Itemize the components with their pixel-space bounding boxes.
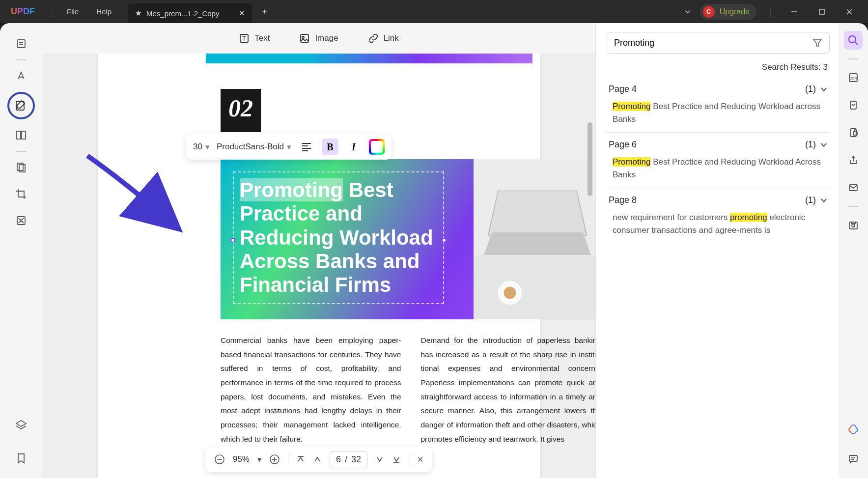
email-tool-icon[interactable] — [844, 178, 863, 197]
ocr-tool-icon[interactable]: OCR — [844, 68, 863, 87]
upgrade-button[interactable]: C Upgrade — [700, 4, 756, 20]
scrollbar[interactable] — [588, 93, 592, 427]
svg-text:OCR: OCR — [849, 77, 857, 80]
chapter-badge: 02 — [221, 89, 261, 127]
redact-tool-icon[interactable] — [10, 210, 32, 231]
search-result-group: Page 6 (1) Promoting Best Practice and R… — [607, 132, 830, 188]
prev-page-button[interactable] — [313, 455, 322, 464]
font-color-button[interactable] — [369, 139, 385, 155]
scrollbar-thumb[interactable] — [588, 122, 592, 196]
page-total: 32 — [351, 454, 361, 465]
left-toolbar — [0, 23, 42, 478]
separator — [770, 7, 771, 17]
crop-tool-icon[interactable] — [10, 183, 32, 205]
text-edit-toolbar: 30 ▾ ProductSans-Bold ▾ B I — [186, 134, 392, 160]
body-column-1: Commercial banks have been employing pap… — [221, 334, 401, 446]
reader-mode-icon[interactable] — [10, 33, 32, 55]
new-tab-button[interactable]: ＋ — [261, 7, 268, 16]
svg-rect-1 — [819, 9, 824, 14]
comments-panel-icon[interactable] — [844, 450, 863, 468]
edit-tool-icon[interactable] — [7, 92, 35, 119]
ribbon-text-button[interactable]: T Text — [239, 33, 270, 44]
divider — [16, 151, 27, 152]
align-button[interactable] — [298, 139, 315, 155]
editor-area: T Text Image Link 02 30 ▾ — [42, 23, 595, 478]
search-result-header[interactable]: Page 6 (1) — [609, 140, 828, 150]
bold-button[interactable]: B — [322, 139, 338, 155]
protect-tool-icon[interactable] — [844, 123, 863, 142]
search-result-snippet[interactable]: new requirement for customers promoting … — [609, 211, 828, 236]
result-highlight: promoting — [730, 213, 767, 222]
help-menu[interactable]: Help — [87, 4, 120, 19]
organize-pages-icon[interactable] — [10, 157, 32, 178]
hero-banner: Promoting Best Practice and Reducing Wor… — [221, 159, 595, 319]
search-result-snippet[interactable]: Promoting Best Practice and Reducing Wor… — [609, 100, 828, 125]
search-tool-icon[interactable] — [844, 31, 863, 50]
svg-marker-16 — [16, 421, 26, 426]
italic-button[interactable]: I — [345, 139, 362, 155]
search-result-snippet[interactable]: Promoting Best Practice and Reducing Wor… — [609, 156, 828, 181]
divider — [409, 453, 409, 465]
document-tab[interactable]: ★ Mes_prem...1-2_Copy ✕ — [128, 3, 252, 23]
canvas[interactable]: 02 30 ▾ ProductSans-Bold ▾ B I — [42, 54, 595, 478]
chevron-down-icon[interactable]: ▾ — [287, 142, 291, 152]
bookmark-icon[interactable] — [10, 448, 32, 469]
editable-text-box[interactable]: Promoting Best Practice and Reducing Wor… — [233, 171, 444, 304]
search-input[interactable] — [614, 38, 812, 48]
search-filter-icon[interactable] — [812, 38, 822, 48]
ribbon-image-button[interactable]: Image — [299, 33, 338, 44]
zoom-out-button[interactable] — [214, 454, 225, 465]
save-tool-icon[interactable] — [844, 216, 863, 234]
divider — [16, 59, 27, 60]
resize-handle-left[interactable] — [230, 238, 235, 243]
hero-image — [474, 159, 595, 319]
search-result-header[interactable]: Page 8 (1) — [609, 195, 828, 205]
result-count: (1) — [805, 140, 816, 150]
svg-rect-19 — [301, 34, 308, 42]
highlight-tool-icon[interactable] — [10, 65, 32, 87]
font-family-selector[interactable]: ProductSans-Bold ▾ — [217, 142, 291, 152]
minimize-button[interactable] — [784, 4, 804, 19]
ribbon-link-button[interactable]: Link — [368, 33, 399, 44]
link-icon — [368, 33, 379, 44]
svg-rect-4 — [17, 40, 25, 48]
page: 02 30 ▾ ProductSans-Bold ▾ B I — [98, 54, 540, 478]
result-highlight: Promoting — [613, 102, 650, 111]
result-count: (1) — [805, 195, 816, 205]
close-navigator-button[interactable]: ✕ — [417, 455, 423, 464]
file-menu[interactable]: File — [58, 4, 87, 19]
page-current: 6 — [336, 454, 341, 465]
maximize-button[interactable] — [812, 4, 832, 19]
next-page-button[interactable] — [375, 455, 384, 464]
close-window-button[interactable] — [840, 4, 859, 19]
window-menu-chevron-icon[interactable] — [683, 7, 692, 16]
svg-rect-41 — [849, 455, 857, 461]
hero-text: Promoting Best Practice and Reducing Wor… — [240, 178, 437, 297]
layers-icon[interactable] — [10, 414, 32, 436]
zoom-dropdown-icon[interactable]: ▾ — [257, 455, 261, 464]
result-highlight: Promoting — [613, 157, 650, 167]
svg-rect-10 — [22, 131, 26, 139]
body-text: Commercial banks have been employing pap… — [221, 334, 595, 446]
result-page-label: Page 4 — [609, 84, 637, 94]
share-tool-icon[interactable] — [844, 151, 863, 169]
body-column-2: Demand for the introduction of paperless… — [421, 334, 596, 446]
first-page-button[interactable] — [296, 455, 305, 464]
search-box — [607, 32, 830, 54]
resize-handle-right[interactable] — [442, 238, 447, 243]
page-separator: / — [345, 454, 347, 465]
last-page-button[interactable] — [392, 455, 401, 464]
form-tool-icon[interactable] — [10, 124, 32, 146]
chevron-down-icon[interactable]: ▾ — [205, 142, 210, 152]
ai-assistant-icon[interactable] — [844, 420, 863, 439]
search-result-group: Page 4 (1) Promoting Best Practice and R… — [607, 77, 830, 132]
close-tab-icon[interactable]: ✕ — [239, 9, 245, 18]
main-area: T Text Image Link 02 30 ▾ — [0, 23, 868, 478]
search-results-count: Search Results: 3 — [609, 62, 828, 72]
compress-tool-icon[interactable] — [844, 96, 863, 114]
zoom-in-button[interactable] — [269, 454, 280, 465]
font-size-value: 30 — [193, 142, 202, 152]
font-size-selector[interactable]: 30 ▾ — [193, 142, 210, 152]
search-result-header[interactable]: Page 4 (1) — [609, 84, 828, 94]
page-indicator[interactable]: 6 / 32 — [330, 451, 367, 468]
